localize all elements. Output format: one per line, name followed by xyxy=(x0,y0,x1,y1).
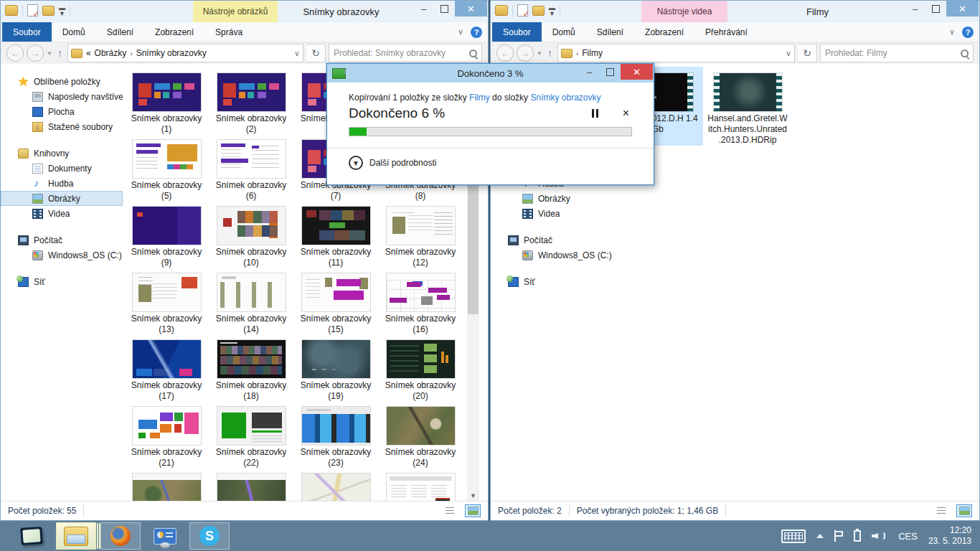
close-button[interactable]: ✕ xyxy=(946,1,979,17)
address-dropdown-icon[interactable]: ∨ xyxy=(786,49,791,58)
file-item[interactable]: Snímek obrazovky (2) xyxy=(209,67,293,133)
back-button[interactable]: ← xyxy=(496,44,514,62)
address-dropdown-icon[interactable]: ∨ xyxy=(294,49,300,58)
file-item[interactable]: Snímek obrazovky (12) xyxy=(378,200,463,267)
language-indicator[interactable]: CES xyxy=(898,531,918,542)
file-item[interactable]: Snímek obrazovky (20) xyxy=(378,334,463,400)
touch-keyboard-icon[interactable] xyxy=(781,529,806,543)
nav-item[interactable]: Videa xyxy=(1,206,123,221)
ribbon-collapse-icon[interactable]: ∨ xyxy=(949,27,955,37)
maximize-button[interactable] xyxy=(434,1,455,17)
nav-item[interactable]: Windows8_OS (C:) xyxy=(1,248,123,263)
file-item[interactable]: Snímek obrazovky (27) xyxy=(293,467,378,501)
back-button[interactable]: ← xyxy=(6,44,24,62)
ribbon-tab[interactable]: Domů xyxy=(542,22,586,42)
ribbon-tab[interactable]: Zobrazení xyxy=(144,22,204,42)
ribbon-tab[interactable]: Sdílení xyxy=(586,22,634,42)
forward-button[interactable]: → xyxy=(517,44,534,62)
new-folder-icon[interactable] xyxy=(42,6,55,16)
ribbon-collapse-icon[interactable]: ∨ xyxy=(458,27,463,37)
scroll-down-icon[interactable]: ▼ xyxy=(467,489,479,501)
taskbar-button[interactable] xyxy=(145,522,185,550)
minimize-button[interactable]: – xyxy=(905,1,925,17)
taskbar-button[interactable] xyxy=(56,522,96,550)
file-item[interactable]: Snímek obrazovky (22) xyxy=(209,400,293,467)
titlebar[interactable]: ▬▼ Nástroje obrázků Snímky obrazovky – ✕ xyxy=(1,1,488,22)
refresh-button[interactable]: ↻ xyxy=(798,44,817,62)
nav-group-header[interactable]: Knihovny xyxy=(1,146,123,161)
nav-item[interactable]: Windows8_OS (C:) xyxy=(491,248,613,263)
ribbon-tab[interactable]: Sdílení xyxy=(96,22,144,42)
file-item[interactable]: Snímek obrazovky (19) xyxy=(293,334,378,400)
file-item[interactable]: Snímek obrazovky (21) xyxy=(124,400,209,467)
file-item[interactable]: Snímek obrazovky (17) xyxy=(124,334,209,400)
breadcrumb-segment[interactable]: Snímky obrazovky xyxy=(136,48,207,58)
history-dropdown-icon[interactable]: ▼ xyxy=(47,50,52,57)
cancel-icon[interactable]: × xyxy=(623,107,629,120)
show-hidden-icons-icon[interactable] xyxy=(816,534,824,538)
file-item[interactable]: Snímek obrazovky (28) xyxy=(378,467,463,501)
clock[interactable]: 12:20 23. 5. 2013 xyxy=(928,525,971,547)
ribbon-tab[interactable]: Domů xyxy=(52,22,96,42)
file-item[interactable]: Snímek obrazovky (1) xyxy=(124,67,209,133)
properties-icon[interactable] xyxy=(27,4,38,17)
breadcrumb-segment[interactable]: Filmy xyxy=(582,48,603,58)
nav-item[interactable]: Hudba xyxy=(1,176,123,191)
file-item[interactable]: Snímek obrazovky (13) xyxy=(124,267,209,334)
file-item[interactable]: Snímek obrazovky (24) xyxy=(378,400,463,467)
ribbon-tab[interactable]: Soubor xyxy=(2,22,52,42)
action-center-flag-icon[interactable] xyxy=(834,530,843,542)
taskbar-button[interactable] xyxy=(11,522,52,550)
search-input[interactable]: Prohledat: Filmy xyxy=(820,44,974,62)
pause-icon[interactable] xyxy=(592,109,598,118)
file-item[interactable]: Snímek obrazovky (10) xyxy=(209,200,293,267)
breadcrumb[interactable]: › Filmy ∨ xyxy=(557,44,795,62)
thumbnail-view-button[interactable] xyxy=(465,504,481,517)
minimize-button[interactable]: – xyxy=(413,1,434,17)
file-item[interactable]: Snímek obrazovky (14) xyxy=(209,267,293,334)
volume-icon[interactable] xyxy=(872,530,887,542)
file-item[interactable]: Snímek obrazovky (5) xyxy=(124,133,209,200)
properties-icon[interactable] xyxy=(517,4,528,17)
qat-dropdown-icon[interactable]: ▬▼ xyxy=(549,5,555,17)
breadcrumb[interactable]: « Obrázky › Snímky obrazovky ∨ xyxy=(67,44,303,62)
nav-group-header[interactable]: Oblíbené položky xyxy=(1,74,123,89)
qat-dropdown-icon[interactable]: ▬▼ xyxy=(59,5,65,17)
battery-icon[interactable] xyxy=(854,530,861,542)
file-item[interactable]: Snímek obrazovky (16) xyxy=(378,267,463,334)
up-button[interactable]: ↑ xyxy=(57,47,62,59)
nav-item[interactable]: Videa xyxy=(491,206,613,221)
nav-group-header[interactable]: Počítač xyxy=(1,232,123,248)
breadcrumb-prefix[interactable]: « xyxy=(86,48,91,58)
file-item[interactable]: Hansel.and.Gretel.Witch.Hunters.Unrated.… xyxy=(703,67,792,146)
search-input[interactable]: Prohledat: Snímky obrazovky xyxy=(329,44,482,62)
ribbon-tab[interactable]: Zobrazení xyxy=(634,22,694,42)
file-item[interactable]: Snímek obrazovky (11) xyxy=(293,200,378,267)
close-button[interactable]: ✕ xyxy=(621,64,653,80)
more-details-toggle[interactable]: ▼ Další podrobnosti xyxy=(349,149,632,170)
breadcrumb-segment[interactable]: Obrázky xyxy=(95,48,127,58)
nav-group-header[interactable]: Síť xyxy=(1,274,123,289)
file-item[interactable]: Snímek obrazovky (25) xyxy=(124,467,209,501)
history-dropdown-icon[interactable]: ▼ xyxy=(537,50,542,57)
taskbar-button[interactable] xyxy=(100,522,141,550)
help-icon[interactable]: ? xyxy=(962,27,974,38)
minimize-button[interactable]: – xyxy=(579,64,600,80)
ribbon-tab[interactable]: Soubor xyxy=(492,22,542,42)
nav-item[interactable]: Dokumenty xyxy=(1,161,123,176)
nav-group-header[interactable]: Počítač xyxy=(491,232,613,248)
refresh-button[interactable]: ↻ xyxy=(306,44,326,62)
file-item[interactable]: Snímek obrazovky (15) xyxy=(293,267,378,334)
nav-item[interactable]: Obrázky xyxy=(1,191,123,206)
maximize-button[interactable] xyxy=(600,64,621,80)
details-view-button[interactable] xyxy=(442,504,458,517)
nav-item[interactable]: Obrázky xyxy=(491,191,613,206)
titlebar[interactable]: ▬▼ Nástroje videa Filmy – ✕ xyxy=(491,1,979,22)
maximize-button[interactable] xyxy=(925,1,946,17)
taskbar-button[interactable]: S xyxy=(189,522,230,550)
thumbnail-view-button[interactable] xyxy=(956,504,972,517)
details-view-button[interactable] xyxy=(933,504,949,517)
ribbon-tab[interactable]: Přehrávání xyxy=(694,22,758,42)
ribbon-tab[interactable]: Správa xyxy=(204,22,253,42)
file-item[interactable]: Snímek obrazovky (23) xyxy=(293,400,378,467)
